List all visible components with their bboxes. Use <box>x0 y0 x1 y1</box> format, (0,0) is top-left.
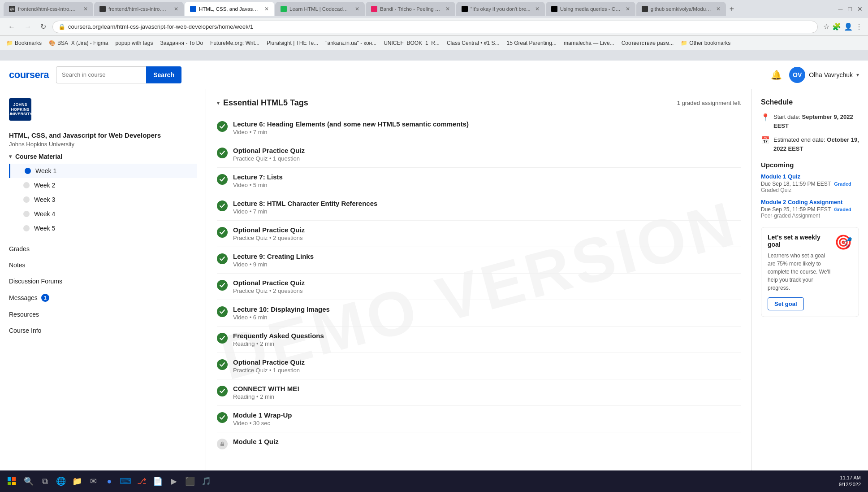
course-material-header[interactable]: ▾ Course Material <box>9 153 197 160</box>
tab-label-1: frontend/html-css-intro.m... <box>18 6 79 12</box>
tab-1[interactable]: gh frontend/html-css-intro.m... ✕ <box>4 2 93 16</box>
upcoming-link-1[interactable]: Module 2 Coding Assignment <box>761 199 859 205</box>
taskbar-terminal-icon[interactable]: ⬛ <box>183 474 197 488</box>
course-title: HTML, CSS, and Javascript for Web Develo… <box>0 131 206 139</box>
bookmark-greatparenting[interactable]: 15 Great Parenting... <box>505 39 558 47</box>
bookmark-popup[interactable]: popup with tags <box>113 39 155 47</box>
set-goal-button[interactable]: Set goal <box>768 297 804 310</box>
sidebar-item-resources[interactable]: Resources <box>0 306 206 322</box>
tab-8[interactable]: github semkivolya/Module2Codi... ✕ <box>636 2 726 16</box>
tab-7[interactable]: Using media queries - CSS... ✕ <box>546 2 635 16</box>
search-button[interactable]: Search <box>146 66 181 83</box>
tab-close-4[interactable]: ✕ <box>355 6 359 12</box>
lesson-title-2[interactable]: Lecture 7: Lists <box>233 173 283 181</box>
upcoming-link-0[interactable]: Module 1 Quiz <box>761 173 859 180</box>
taskbar-search-icon[interactable]: 🔍 <box>22 474 36 488</box>
address-bar[interactable]: 🔒 coursera.org/learn/html-css-javascript… <box>52 21 818 33</box>
reload-button[interactable]: ↻ <box>38 22 49 32</box>
sidebar-item-week4[interactable]: Week 4 <box>9 207 197 221</box>
lesson-title-0[interactable]: Lecture 6: Heading Elements (and some ne… <box>233 120 469 128</box>
back-button[interactable]: ← <box>5 22 18 32</box>
sidebar-item-messages[interactable]: Messages 1 <box>0 289 206 306</box>
lesson-title-12[interactable]: Module 1 Quiz <box>233 438 279 445</box>
search-input[interactable] <box>56 66 146 83</box>
maximize-button[interactable]: □ <box>846 5 854 13</box>
svg-rect-2 <box>220 444 224 446</box>
start-button[interactable] <box>4 473 20 489</box>
taskbar-extra-icon[interactable]: ▶ <box>167 474 181 488</box>
tab-close-5[interactable]: ✕ <box>445 6 450 12</box>
tab-label-4: Learn HTML | Codecademy <box>289 6 350 12</box>
tab-close-1[interactable]: ✕ <box>83 6 88 12</box>
lesson-title-10[interactable]: CONNECT WITH ME! <box>233 385 299 392</box>
bookmark-ankara[interactable]: "ankara.in.ua" - кон... <box>324 39 378 47</box>
bookmark-pluralsight[interactable]: Pluralsight | THE Te... <box>265 39 320 47</box>
extensions-icon[interactable]: 🧩 <box>832 22 841 31</box>
completed-icon-9 <box>217 359 228 370</box>
bookmark-bsa[interactable]: 🎨 BSA_X (Jira) - Figma <box>47 39 110 47</box>
taskbar-music-icon[interactable]: 🎵 <box>199 474 213 488</box>
bookmark-futureme-label: FutureMe.org: Writ... <box>210 40 259 46</box>
bookmark-greatparenting-label: 15 Great Parenting... <box>507 40 557 46</box>
tab-2[interactable]: frontend/html-css-intro.m... ✕ <box>94 2 184 16</box>
content-area: JOHNSHOPKINSUNIVERSITY HTML, CSS, and Ja… <box>0 89 868 492</box>
tab-close-2[interactable]: ✕ <box>174 6 178 12</box>
sidebar-item-courseinfo[interactable]: Course Info <box>0 322 206 339</box>
taskbar-acrobat-icon[interactable]: 📄 <box>151 474 165 488</box>
taskbar-mail-icon[interactable]: ✉ <box>86 474 100 488</box>
minimize-button[interactable]: ─ <box>837 5 845 13</box>
tab-5[interactable]: Bandi - Tricho - Peeling oc... ✕ <box>366 2 455 16</box>
bookmark-futureme[interactable]: FutureMe.org: Writ... <box>208 39 261 47</box>
new-tab-button[interactable]: + <box>727 4 737 14</box>
profile-icon[interactable]: 👤 <box>844 22 853 31</box>
tab-4[interactable]: Learn HTML | Codecademy ✕ <box>275 2 365 16</box>
tab-close-3[interactable]: ✕ <box>264 6 269 12</box>
tab-6[interactable]: "It's okay if you don't bre... ✕ <box>456 2 545 16</box>
taskbar-explorer-icon[interactable]: 📁 <box>70 474 84 488</box>
lesson-title-3[interactable]: Lecture 8: HTML Character Entity Referen… <box>233 200 377 207</box>
sidebar-item-discussion[interactable]: Discussion Forums <box>0 273 206 289</box>
sidebar-item-notes[interactable]: Notes <box>0 257 206 273</box>
lesson-title-7[interactable]: Lecture 10: Displaying Images <box>233 305 330 313</box>
sidebar-item-week2[interactable]: Week 2 <box>9 178 197 192</box>
bookmark-other[interactable]: 📁 Other bookmarks <box>679 39 732 47</box>
lesson-title-1[interactable]: Optional Practice Quiz <box>233 147 305 154</box>
lesson-title-5[interactable]: Lecture 9: Creating Links <box>233 253 314 260</box>
taskbar-vscode-icon[interactable]: ⌨ <box>118 474 133 488</box>
section-toggle[interactable]: ▾ Essential HTML5 Tags <box>217 98 308 108</box>
close-browser-button[interactable]: ✕ <box>855 5 864 13</box>
sidebar-item-grades[interactable]: Grades <box>0 241 206 257</box>
bookmark-classcentral[interactable]: Class Central • #1 S... <box>445 39 501 47</box>
tab-close-7[interactable]: ✕ <box>626 6 630 12</box>
lesson-title-6[interactable]: Optional Practice Quiz <box>233 279 305 287</box>
coursera-logo[interactable]: coursera <box>9 69 49 81</box>
taskbar-chrome-icon[interactable]: ● <box>102 474 117 488</box>
sidebar-item-week3[interactable]: Week 3 <box>9 192 197 207</box>
lesson-info-3: Lecture 8: HTML Character Entity Referen… <box>233 200 377 215</box>
taskbar-git-icon[interactable]: ⎇ <box>134 474 149 488</box>
taskbar-task-view-icon[interactable]: ⧉ <box>38 474 52 488</box>
notification-bell-icon[interactable]: 🔔 <box>771 70 782 80</box>
tab-close-6[interactable]: ✕ <box>535 6 540 12</box>
bookmark-mamalecha[interactable]: mamalecha — Live... <box>562 39 616 47</box>
sidebar-item-week5[interactable]: Week 5 <box>9 221 197 235</box>
lesson-title-8[interactable]: Frequently Asked Questions <box>233 332 324 340</box>
forward-button[interactable]: → <box>22 22 34 32</box>
lesson-title-9[interactable]: Optional Practice Quiz <box>233 358 305 366</box>
tab-3[interactable]: HTML, CSS, and Javascript... ✕ <box>185 2 274 16</box>
lesson-title-4[interactable]: Optional Practice Quiz <box>233 226 305 234</box>
sidebar-item-week1[interactable]: Week 1 <box>9 164 197 178</box>
user-menu[interactable]: OV Olha Vavrychuk ▾ <box>789 67 859 83</box>
bookmark-unicef[interactable]: UNICEF_BOOK_1_R... <box>382 39 441 47</box>
bookmark-zavdannya[interactable]: Завдання - To Do <box>158 39 205 47</box>
bookmark-bookmarks[interactable]: 📁 Bookmarks <box>4 39 43 47</box>
lesson-meta-0: Video • 7 min <box>233 129 469 135</box>
svg-rect-4 <box>12 477 16 481</box>
star-icon[interactable]: ☆ <box>823 22 829 31</box>
locked-icon-12 <box>217 439 228 449</box>
bookmark-sootvetstivye[interactable]: Соответствие разм... <box>620 39 676 47</box>
more-icon[interactable]: ⋮ <box>855 22 863 31</box>
tab-close-8[interactable]: ✕ <box>716 6 721 12</box>
lesson-title-11[interactable]: Module 1 Wrap-Up <box>233 411 292 419</box>
taskbar-edge-icon[interactable]: 🌐 <box>54 474 68 488</box>
